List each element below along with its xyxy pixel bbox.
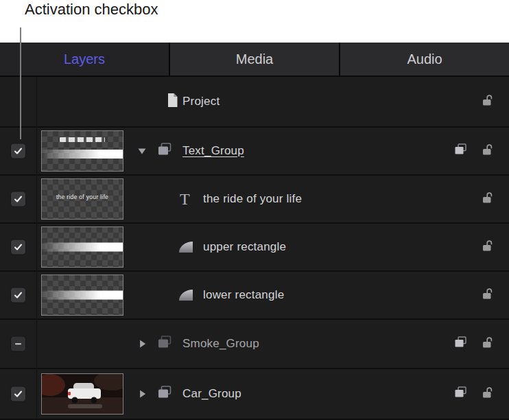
tab-bar: Layers Media Audio [0,43,509,77]
unlock-icon[interactable] [481,93,495,110]
layer-thumbnail[interactable]: the ride of your life [41,178,123,220]
mixed-dash-icon [13,339,23,349]
row-label[interactable]: lower rectangle [203,288,284,302]
disclosure-triangle-collapsed[interactable] [137,338,147,349]
disclosure-triangle-expanded[interactable] [137,145,147,156]
layers-list: Project [0,77,509,420]
group-2d-badge-icon[interactable] [453,336,468,352]
row-text-group[interactable]: Text_Group [0,128,509,176]
unlock-icon[interactable] [481,239,495,255]
row-text-layer[interactable]: the ride of your life T the ride of your… [0,176,509,224]
checkmark-icon [13,242,23,253]
row-upper-rectangle[interactable]: upper rectangle [0,224,509,272]
text-layer-icon: T [180,191,190,207]
activation-checkbox[interactable] [10,240,26,255]
row-label[interactable]: upper rectangle [203,240,286,254]
row-label[interactable]: the ride of your life [203,192,302,206]
group-icon [156,143,173,160]
tab-media[interactable]: Media [169,43,339,75]
unlock-icon[interactable] [481,143,495,159]
disclosure-triangle-collapsed[interactable] [137,388,147,399]
thumbnail-gradient-bar [42,243,123,252]
thumbnail-gradient-bar [42,150,123,159]
unlock-icon[interactable] [481,386,495,402]
layer-thumbnail[interactable] [41,130,123,172]
thumbnail-gradient-bar [42,291,123,300]
row-project[interactable]: Project [0,77,509,128]
group-2d-badge-icon[interactable] [453,143,468,159]
callout-line [20,27,21,139]
layer-thumbnail[interactable] [41,275,123,316]
thumbnail-text: the ride of your life [42,194,123,200]
thumbnail-text-marks [60,137,105,142]
checkmark-icon [13,389,23,399]
group-icon [156,336,173,353]
project-file-icon [166,93,179,111]
activation-checkbox[interactable] [10,336,26,352]
row-label[interactable]: Project [182,95,220,108]
car-thumbnail-image [42,374,123,414]
row-smoke-group[interactable]: Smoke_Group [0,320,509,369]
unlock-icon[interactable] [481,191,495,207]
activation-checkbox[interactable] [10,386,26,402]
activation-checkbox[interactable] [10,191,26,207]
layer-thumbnail[interactable] [41,373,123,415]
row-label[interactable]: Smoke_Group [182,337,259,351]
unlock-icon[interactable] [481,287,495,303]
tab-audio-label: Audio [407,51,442,67]
row-label[interactable]: Car_Group [182,387,241,401]
checkmark-icon [13,194,23,205]
shape-layer-icon [179,290,193,301]
tab-layers-label: Layers [64,51,105,67]
layers-panel: Layers Media Audio Project [0,43,509,420]
tab-layers[interactable]: Layers [0,43,169,75]
activation-checkbox[interactable] [10,288,26,303]
shape-layer-icon [179,242,193,253]
row-car-group[interactable]: Car_Group [0,369,509,420]
unlock-icon[interactable] [481,336,495,352]
checkmark-icon [13,290,23,301]
checkmark-icon [13,146,23,156]
activation-checkbox[interactable] [10,143,26,159]
tab-audio[interactable]: Audio [339,43,509,75]
row-lower-rectangle[interactable]: lower rectangle [0,272,509,320]
group-2d-badge-icon[interactable] [453,386,468,402]
tab-media-label: Media [236,51,273,67]
checkbox-column-separator [36,77,37,420]
group-icon [156,386,173,403]
layer-thumbnail[interactable] [41,226,123,268]
row-label[interactable]: Text_Group [182,144,244,158]
callout-label: Activation checkbox [25,1,158,19]
